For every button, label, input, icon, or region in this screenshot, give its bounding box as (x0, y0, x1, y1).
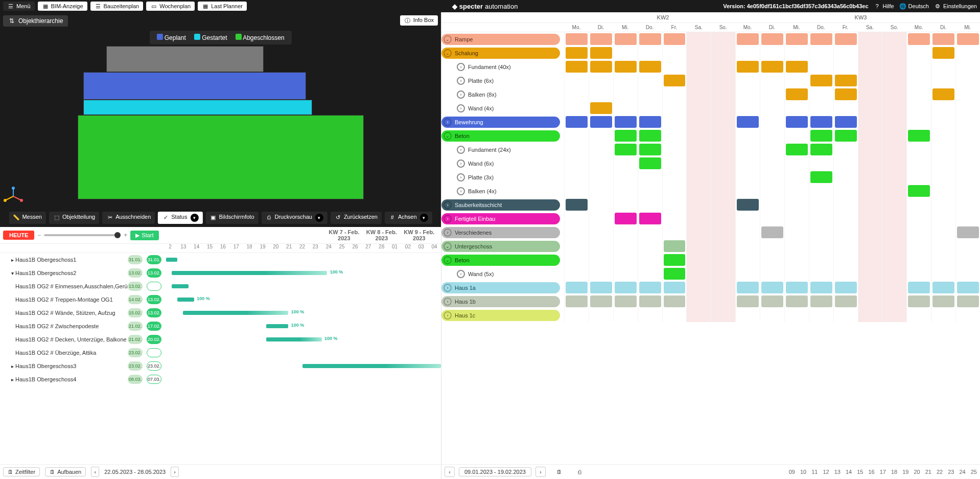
task-pill[interactable]: ⌄Schalung (441, 48, 560, 59)
planner-cell[interactable] (589, 74, 613, 87)
object-split-button[interactable]: ⬚Objektteilung (49, 212, 99, 224)
axes-button[interactable]: #Achsen▾ (385, 212, 432, 224)
planner-calendar-icon[interactable]: 🗓 (556, 468, 563, 475)
planner-cell[interactable] (784, 46, 809, 60)
planner-cell[interactable] (711, 294, 735, 308)
screenshot-button[interactable]: ▣Bildschirmfoto (205, 212, 258, 224)
planner-cell[interactable] (955, 60, 980, 74)
planner-cell[interactable] (711, 198, 735, 212)
planner-cell[interactable] (589, 101, 613, 115)
planner-cell[interactable] (882, 184, 906, 198)
expand-icon[interactable]: › (457, 63, 465, 71)
today-button[interactable]: HEUTE (3, 231, 34, 240)
zeitfilter-button[interactable]: 🗓Zeitfilter (3, 467, 40, 476)
planner-cell[interactable] (931, 281, 955, 294)
planner-cell[interactable] (906, 198, 931, 212)
bim-view-button[interactable]: ▦BIM-Anzeige (38, 2, 87, 11)
planner-cell[interactable] (858, 253, 882, 267)
gantt-row[interactable]: ▸ Haus1B Obergeschoss131.01.31.01. (0, 253, 441, 266)
planner-cell[interactable] (906, 101, 931, 115)
planner-cell[interactable] (735, 239, 760, 253)
planner-cell[interactable] (931, 253, 955, 267)
planner-cell[interactable] (613, 87, 638, 101)
planner-cell[interactable] (882, 129, 906, 143)
planner-cell[interactable] (906, 74, 931, 87)
planner-cell[interactable] (784, 129, 809, 143)
task-pill[interactable]: ⌄Beton (441, 130, 560, 142)
planner-cell[interactable] (638, 129, 662, 143)
planner-cell[interactable] (882, 281, 906, 294)
task-pill[interactable]: ›Wand (6x) (441, 158, 560, 169)
planner-cell[interactable] (613, 143, 638, 156)
planner-cell[interactable] (833, 101, 858, 115)
planner-cell[interactable] (931, 74, 955, 87)
kw-number[interactable]: 17 (880, 469, 886, 475)
planner-cell[interactable] (760, 198, 784, 212)
planner-cell[interactable] (955, 32, 980, 46)
menu-button[interactable]: ☰Menü (3, 2, 35, 11)
planner-cell[interactable] (589, 308, 613, 322)
gantt-row[interactable]: Haus1B OG2 # Überzüge, Attika23.02. (0, 346, 441, 359)
gantt-bar[interactable] (266, 337, 322, 341)
planner-cell[interactable] (955, 253, 980, 267)
kw-number[interactable]: 15 (857, 469, 863, 475)
planner-cell[interactable] (613, 308, 638, 322)
planner-cell[interactable] (882, 170, 906, 184)
planner-cell[interactable] (784, 101, 809, 115)
planner-cell[interactable] (760, 294, 784, 308)
measure-button[interactable]: 📏Messen (9, 212, 46, 224)
planner-cell[interactable] (638, 225, 662, 239)
planner-cell[interactable] (809, 60, 833, 74)
planner-cell[interactable] (906, 87, 931, 101)
task-pill[interactable]: ⌄Untergeschoss (441, 241, 560, 252)
planner-cell[interactable] (833, 198, 858, 212)
planner-cell[interactable] (662, 294, 687, 308)
planner-cell[interactable] (589, 239, 613, 253)
planner-cell[interactable] (882, 101, 906, 115)
planner-cell[interactable] (735, 212, 760, 225)
planner-cell[interactable] (662, 212, 687, 225)
planner-cell[interactable] (760, 308, 784, 322)
planner-cell[interactable] (686, 129, 711, 143)
planner-cell[interactable] (955, 225, 980, 239)
planner-cell[interactable] (809, 294, 833, 308)
planner-cell[interactable] (735, 87, 760, 101)
planner-cell[interactable] (662, 281, 687, 294)
planner-cell[interactable] (858, 101, 882, 115)
expand-icon[interactable]: ⌄ (444, 242, 452, 250)
planner-cell[interactable] (882, 253, 906, 267)
planner-cell[interactable] (784, 87, 809, 101)
planner-cell[interactable] (564, 32, 589, 46)
planner-cell[interactable] (760, 46, 784, 60)
planner-cell[interactable] (858, 143, 882, 156)
planner-cell[interactable] (564, 46, 589, 60)
planner-cell[interactable] (613, 101, 638, 115)
planner-cell[interactable] (833, 267, 858, 281)
task-pill[interactable]: ›Balken (4x) (441, 186, 560, 197)
planner-cell[interactable] (760, 225, 784, 239)
gantt-next-button[interactable]: › (171, 467, 179, 477)
planner-cell[interactable] (760, 60, 784, 74)
planner-cell[interactable] (760, 115, 784, 129)
kw-number[interactable]: 20 (914, 469, 920, 475)
planner-cell[interactable] (589, 212, 613, 225)
planner-cell[interactable] (589, 143, 613, 156)
print-preview-button[interactable]: ⎙Druckvorschau▾ (262, 212, 328, 224)
planner-cell[interactable] (564, 101, 589, 115)
planner-cell[interactable] (662, 170, 687, 184)
planner-cell[interactable] (858, 60, 882, 74)
planner-cell[interactable] (906, 308, 931, 322)
planner-cell[interactable] (906, 225, 931, 239)
expand-icon[interactable]: › (457, 104, 465, 112)
status-button[interactable]: ✓Status▾ (158, 212, 202, 224)
planner-cell[interactable] (809, 101, 833, 115)
planner-cell[interactable] (760, 281, 784, 294)
planner-cell[interactable] (760, 143, 784, 156)
planner-cell[interactable] (589, 253, 613, 267)
planner-cell[interactable] (638, 198, 662, 212)
planner-cell[interactable] (662, 143, 687, 156)
planner-cell[interactable] (735, 156, 760, 170)
planner-cell[interactable] (686, 143, 711, 156)
planner-cell[interactable] (638, 281, 662, 294)
planner-cell[interactable] (931, 156, 955, 170)
